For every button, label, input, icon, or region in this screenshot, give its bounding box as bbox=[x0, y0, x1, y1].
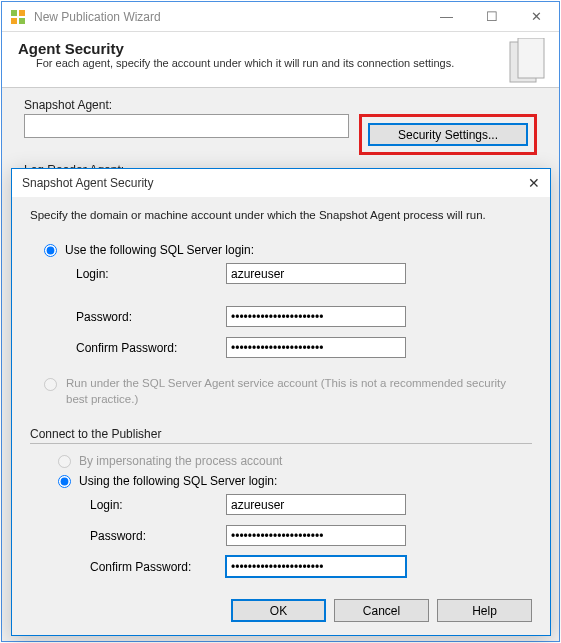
cancel-button[interactable]: Cancel bbox=[334, 599, 429, 622]
snapshot-agent-input[interactable] bbox=[24, 114, 349, 138]
confirm-password-label: Confirm Password: bbox=[76, 341, 226, 355]
window-title: New Publication Wizard bbox=[34, 10, 424, 24]
confirm-password-input[interactable] bbox=[226, 337, 406, 358]
page-subtitle: For each agent, specify the account unde… bbox=[36, 57, 456, 69]
radio-sql-login[interactable] bbox=[44, 244, 57, 257]
radio-publisher-sql-login[interactable] bbox=[58, 475, 71, 488]
close-button[interactable]: ✕ bbox=[514, 2, 559, 31]
modal-title: Snapshot Agent Security bbox=[22, 176, 510, 190]
page-title: Agent Security bbox=[18, 40, 543, 57]
login-input[interactable] bbox=[226, 263, 406, 284]
publisher-login-label: Login: bbox=[90, 498, 226, 512]
divider bbox=[30, 443, 532, 444]
svg-rect-1 bbox=[19, 10, 25, 16]
password-label: Password: bbox=[76, 310, 226, 324]
option-impersonate: By impersonating the process account bbox=[58, 454, 532, 468]
option-sql-login[interactable]: Use the following SQL Server login: bbox=[44, 243, 532, 257]
help-button[interactable]: Help bbox=[437, 599, 532, 622]
snapshot-agent-security-dialog: Snapshot Agent Security ✕ Specify the do… bbox=[11, 168, 551, 636]
login-label: Login: bbox=[76, 267, 226, 281]
dialog-button-row: OK Cancel Help bbox=[12, 599, 550, 634]
publisher-confirm-password-label: Confirm Password: bbox=[90, 560, 226, 574]
radio-sql-login-label: Use the following SQL Server login: bbox=[65, 243, 254, 257]
radio-service-account bbox=[44, 378, 57, 391]
publisher-password-input[interactable] bbox=[226, 525, 406, 546]
header-panel: Agent Security For each agent, specify t… bbox=[2, 32, 559, 88]
maximize-button[interactable]: ☐ bbox=[469, 2, 514, 31]
svg-rect-3 bbox=[19, 18, 25, 24]
publisher-login-input[interactable] bbox=[226, 494, 406, 515]
option-publisher-sql-login[interactable]: Using the following SQL Server login: bbox=[58, 474, 532, 488]
radio-impersonate-label: By impersonating the process account bbox=[79, 454, 282, 468]
publisher-confirm-password-input[interactable] bbox=[226, 556, 406, 577]
svg-rect-2 bbox=[11, 18, 17, 24]
svg-rect-0 bbox=[11, 10, 17, 16]
minimize-button[interactable]: — bbox=[424, 2, 469, 31]
highlight-box: Security Settings... bbox=[359, 114, 537, 155]
titlebar: New Publication Wizard — ☐ ✕ bbox=[2, 2, 559, 32]
modal-close-button[interactable]: ✕ bbox=[510, 175, 540, 191]
snapshot-agent-label: Snapshot Agent: bbox=[24, 98, 537, 112]
header-graphic-icon bbox=[505, 38, 547, 86]
svg-rect-5 bbox=[518, 38, 544, 78]
ok-button[interactable]: OK bbox=[231, 599, 326, 622]
security-settings-button[interactable]: Security Settings... bbox=[368, 123, 528, 146]
modal-instruction: Specify the domain or machine account un… bbox=[30, 209, 532, 221]
service-account-note: Run under the SQL Server Agent service a… bbox=[66, 375, 506, 407]
radio-publisher-sql-login-label: Using the following SQL Server login: bbox=[79, 474, 277, 488]
publisher-password-label: Password: bbox=[90, 529, 226, 543]
radio-impersonate bbox=[58, 455, 71, 468]
password-input[interactable] bbox=[226, 306, 406, 327]
modal-titlebar: Snapshot Agent Security ✕ bbox=[12, 169, 550, 197]
connect-group-label: Connect to the Publisher bbox=[30, 427, 532, 441]
app-icon bbox=[10, 9, 26, 25]
